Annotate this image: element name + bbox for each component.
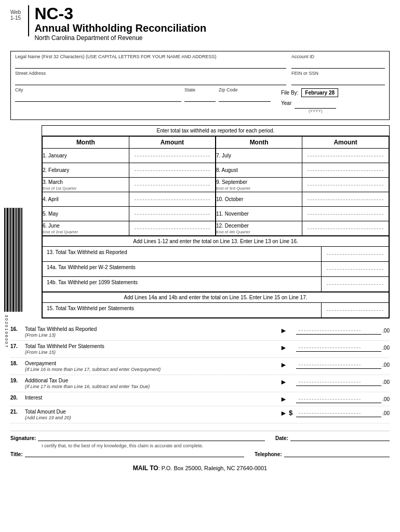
col-amount2: Amount <box>302 137 389 149</box>
line14b-amount[interactable] <box>321 277 389 291</box>
svg-rect-6 <box>12 208 14 312</box>
fein-label: FEIN or SSN <box>291 71 385 76</box>
year-label: Year <box>281 100 291 106</box>
table-row: 1. January7. July <box>43 149 389 163</box>
legal-name-label: Legal Name (First 32 Characters) (USE CA… <box>15 54 286 59</box>
line15-label: 15. Total Tax Withheld per Statements <box>43 303 321 317</box>
telephone-label: Telephone: <box>255 451 282 457</box>
amount-cell-left[interactable] <box>129 149 216 163</box>
street-input[interactable] <box>15 77 286 85</box>
amount-cell-left[interactable] <box>129 221 216 236</box>
svg-rect-1 <box>6 208 6 312</box>
amount-cell-left[interactable] <box>129 192 216 207</box>
line-amount[interactable]: .00 <box>296 343 390 352</box>
amount-cell-right[interactable] <box>302 221 389 236</box>
barcode-area: 3020106007 <box>4 208 25 349</box>
street-address-field: Street Address <box>15 71 286 85</box>
line-amount[interactable]: .00 <box>296 395 390 403</box>
date-input[interactable] <box>290 441 390 441</box>
arrow-icon: ► <box>278 409 289 417</box>
table-row: 6. JuneEnd of 2nd Quarter12. DecemberEnd… <box>43 221 389 236</box>
amount-cell-right[interactable] <box>302 192 389 207</box>
col-month1: Month <box>43 137 129 149</box>
lines-section: 16. Total Tax Withheld as Reported (From… <box>10 324 390 423</box>
amount-cell-left[interactable] <box>129 163 216 178</box>
month-label-left: 1. January <box>43 149 129 163</box>
amount-cell-right[interactable] <box>302 149 389 163</box>
line13-amount[interactable] <box>321 247 389 261</box>
line-description: Total Tax Withheld Per Statements (From … <box>25 343 278 355</box>
dollar-sign: $ <box>289 409 296 417</box>
line-item: 20. Interest ► .00 <box>10 392 390 406</box>
svg-rect-12 <box>21 208 22 312</box>
city-field: City <box>15 87 181 102</box>
line-description: Additional Tax Due (If Line 17 is more t… <box>25 378 278 389</box>
amount-cell-right[interactable] <box>302 178 389 192</box>
header-divider <box>28 5 29 36</box>
month-label-right: 7. July <box>216 149 302 163</box>
line-item: 16. Total Tax Withheld as Reported (From… <box>10 324 390 341</box>
month-label-left: 6. JuneEnd of 2nd Quarter <box>43 221 129 236</box>
line15-amount[interactable] <box>321 303 389 317</box>
amount-dashes <box>296 395 381 403</box>
line-item: 17. Total Tax Withheld Per Statements (F… <box>10 341 390 358</box>
svg-rect-0 <box>4 208 5 312</box>
col-month2: Month <box>216 137 302 149</box>
month-label-right: 12. DecemberEnd of 4th Quarter <box>216 221 302 236</box>
sig-input[interactable] <box>38 441 265 441</box>
arrow-icon: ► <box>278 326 289 335</box>
line-amount[interactable]: .00 <box>296 409 390 417</box>
file-by-value: February 28 <box>301 88 338 97</box>
amount-cell-left[interactable] <box>129 178 216 192</box>
agency-name: North Carolina Department of Revenue <box>34 34 206 42</box>
form-number: NC-3 <box>34 5 206 22</box>
telephone-field: Telephone: <box>255 451 390 457</box>
svg-rect-3 <box>9 208 9 312</box>
line-number: 19. <box>10 378 25 383</box>
amount-dashes <box>296 343 381 352</box>
city-input[interactable] <box>15 94 181 102</box>
amount-cell-left[interactable] <box>129 207 216 221</box>
month-label-right: 10. October <box>216 192 302 207</box>
col-amount1: Amount <box>129 137 216 149</box>
line-number: 18. <box>10 361 25 366</box>
line-amount[interactable]: .00 <box>296 361 390 369</box>
file-by-label: File By: <box>281 90 298 96</box>
amount-cell-right[interactable] <box>302 163 389 178</box>
line-description: Interest <box>25 395 278 401</box>
state-input[interactable] <box>184 94 216 102</box>
legal-name-input[interactable] <box>15 60 286 69</box>
arrow-icon: ► <box>278 343 289 352</box>
year-input[interactable] <box>295 100 336 109</box>
barcode-number: 3020106007 <box>4 315 9 349</box>
month-label-left: 3. MarchEnd of 1st Quarter <box>43 178 129 192</box>
line-item: 21. Total Amount Due (Add Lines 19 and 2… <box>10 406 390 423</box>
main-form: Enter total tax withheld as reported for… <box>42 125 390 318</box>
line14a-amount[interactable] <box>321 262 389 276</box>
signature-section: Signature: Date: I certify that, to the … <box>10 431 390 457</box>
arrow-icon: ► <box>278 395 289 403</box>
amount-cents: .00 <box>382 396 390 402</box>
amount-dashes <box>296 361 381 369</box>
fein-field: FEIN or SSN <box>291 71 385 85</box>
line-description: Total Amount Due (Add Lines 19 and 20) <box>25 409 278 420</box>
street-label: Street Address <box>15 71 286 76</box>
line-amount[interactable]: .00 <box>296 378 390 386</box>
signature-field: Signature: <box>10 435 265 441</box>
amount-cents: .00 <box>382 379 390 385</box>
telephone-input[interactable] <box>284 457 390 457</box>
amount-cell-right[interactable] <box>302 207 389 221</box>
months-table: Month Amount Month Amount 1. January7. J… <box>42 136 389 236</box>
svg-rect-4 <box>10 208 11 312</box>
amount-dashes <box>296 378 381 386</box>
title-input[interactable] <box>25 457 244 457</box>
account-id-label: Account ID <box>291 54 385 59</box>
title-label: Title: <box>10 451 23 457</box>
zip-input[interactable] <box>219 94 271 102</box>
line-amount[interactable]: .00 <box>296 326 390 335</box>
fein-input[interactable] <box>291 77 385 85</box>
line14b-row: 14b. Tax Withheld per 1099 Statements <box>42 277 389 292</box>
line15-row: 15. Total Tax Withheld per Statements <box>42 303 389 318</box>
form-title: Annual Withholding Reconciliation <box>34 22 206 34</box>
account-id-input[interactable] <box>291 60 385 69</box>
